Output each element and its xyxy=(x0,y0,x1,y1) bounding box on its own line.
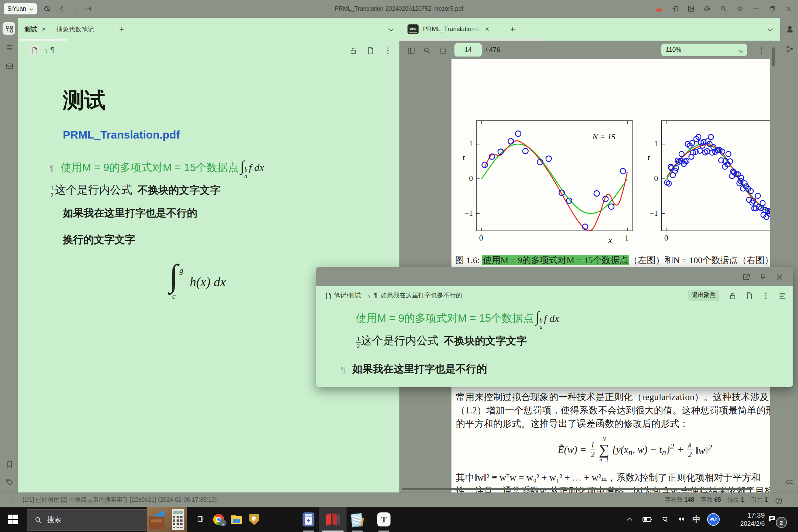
more-menu-icon[interactable] xyxy=(761,291,769,299)
open-in-new-icon[interactable] xyxy=(742,273,750,280)
vip-crown-icon[interactable] xyxy=(655,5,663,13)
start-button[interactable] xyxy=(3,507,23,532)
inline-math-1[interactable]: ∫ba f dx xyxy=(241,166,264,172)
block-preview-popup[interactable]: 笔记/测试 ¶ 如果我在这里打字也是不行的 退出聚焦 使用M = 9的多项式对M… xyxy=(316,267,793,387)
outline-icon xyxy=(5,43,13,51)
tab-menu-chevron-icon[interactable] xyxy=(766,25,774,33)
back-icon[interactable] xyxy=(58,5,66,13)
tab-algebra-notes[interactable]: 抽象代数笔记 xyxy=(51,25,99,34)
forward-icon[interactable] xyxy=(71,5,79,13)
popup-paragraph-2[interactable]: ¶ 如果我在这里打字也是不行的 xyxy=(341,362,487,376)
y-tick-label: −1 xyxy=(649,209,658,218)
breadcrumb-paragraph[interactable]: 如果我在这里打字也是不行的 xyxy=(381,291,462,300)
security-app[interactable] xyxy=(245,507,263,532)
readonly-unlock-icon[interactable] xyxy=(349,46,357,54)
paragraph-block-1[interactable]: ¶ 使用M = 9的多项式对M = 15个数据点 ∫ba f dx 12这个是行… xyxy=(50,159,375,198)
cloud-off-icon[interactable] xyxy=(44,5,52,13)
minimize-icon[interactable] xyxy=(752,5,760,13)
pdf-horizontal-scrollbar[interactable] xyxy=(402,488,753,490)
close-icon[interactable] xyxy=(775,273,783,280)
theme-mode-icon[interactable] xyxy=(736,5,744,13)
pdf-more-menu-icon[interactable] xyxy=(757,46,765,54)
pdf-asset-link[interactable]: PRML_Translation.pdf xyxy=(63,129,180,141)
dock-bookmark-button[interactable] xyxy=(3,457,15,470)
paragraph-block-3[interactable]: 换行的文字文字 xyxy=(63,233,135,247)
text-caret xyxy=(487,363,487,374)
y-tick-label: 1 xyxy=(649,139,658,149)
dock-inbox-button[interactable] xyxy=(3,59,15,72)
dock-tag-button[interactable] xyxy=(3,475,15,488)
tray-ime-indicator[interactable]: 中 xyxy=(692,507,707,532)
tray-network[interactable] xyxy=(661,507,676,532)
chrome-app[interactable]: C xyxy=(210,507,228,532)
tray-ifly-input[interactable]: iFLY xyxy=(707,507,723,532)
dock-filetree-button[interactable] xyxy=(3,22,15,35)
tray-battery[interactable] xyxy=(642,507,658,532)
workspace-menu-button[interactable]: SiYuan xyxy=(4,3,37,14)
plugin-icon[interactable] xyxy=(703,5,712,13)
typora-app[interactable]: T xyxy=(373,507,395,532)
page-number-input[interactable] xyxy=(454,43,482,57)
pdf-marquee-zoom-icon[interactable] xyxy=(439,46,446,54)
dock-backlink-button[interactable] xyxy=(783,475,795,488)
inline-math-1[interactable]: ∫ba f dx xyxy=(535,317,559,323)
taskbar-search[interactable]: 搜索 xyxy=(27,509,153,531)
notification-center[interactable]: 2 xyxy=(768,507,794,532)
notepad-app[interactable] xyxy=(347,507,368,532)
paragraph-block-2[interactable]: 如果我在这里打字也是不行的 xyxy=(63,206,197,220)
bold-span: 不换块的文字文字 xyxy=(444,335,526,347)
tab-close-icon[interactable]: ✕ xyxy=(485,26,490,33)
file-icon[interactable] xyxy=(745,291,753,299)
popup-titlebar[interactable] xyxy=(316,267,793,286)
dock-account-button[interactable] xyxy=(783,22,795,35)
breadcrumb-paragraph[interactable]: ¶ xyxy=(50,46,54,54)
breadcrumb-doc-path[interactable]: 笔记/测试 xyxy=(334,291,361,300)
wifi-icon xyxy=(661,515,670,524)
file-explorer-app[interactable] xyxy=(228,507,245,532)
exit-focus-button[interactable]: 退出聚焦 xyxy=(688,290,719,301)
maximize-icon[interactable] xyxy=(768,5,777,13)
inline-fraction[interactable]: 12 xyxy=(50,185,55,198)
tab-close-icon[interactable]: ✕ xyxy=(41,26,46,33)
dock-outline-button[interactable] xyxy=(3,41,15,53)
pdf-sidebar-toggle-icon[interactable] xyxy=(407,46,415,54)
math-block[interactable]: ∫ g c h(x) dx xyxy=(169,257,226,300)
eq-frac2-top: λ xyxy=(687,440,693,450)
file-icon[interactable] xyxy=(366,46,374,54)
new-tab-button[interactable]: + xyxy=(504,24,521,34)
doc-title[interactable]: 测试 xyxy=(63,86,106,115)
pdf-vertical-scrollbar[interactable] xyxy=(772,47,775,66)
tab-menu-chevron-icon[interactable] xyxy=(386,25,394,33)
new-tab-button[interactable]: + xyxy=(113,24,130,34)
page-total: / 476 xyxy=(485,46,500,54)
close-icon[interactable] xyxy=(785,5,793,13)
login-icon[interactable] xyxy=(671,5,679,13)
export-image-icon[interactable] xyxy=(687,5,695,13)
breadcrumb-doc[interactable] xyxy=(29,45,39,55)
active-pdf-app[interactable] xyxy=(319,507,347,532)
notes-app[interactable]: + xyxy=(298,507,319,532)
figure-left-plot: 0110−1txN = 15 xyxy=(476,120,633,231)
tab-pdf[interactable]: PDF PRML_Translation-2 ✕ xyxy=(402,24,495,34)
zoom-select[interactable]: 110% xyxy=(661,44,747,56)
tab-ceshi[interactable]: 测试 ✕ xyxy=(19,25,51,34)
tray-clock[interactable]: 17:39 2024/2/6 xyxy=(726,507,765,532)
inline-fraction[interactable]: 12 xyxy=(356,336,361,349)
figure-right-plot: 010−1t xyxy=(661,120,770,231)
help-icon[interactable] xyxy=(774,497,782,504)
tray-volume[interactable] xyxy=(677,507,692,532)
task-view-button[interactable] xyxy=(192,507,210,532)
eq-tail: ‖w‖2 xyxy=(696,443,712,457)
popup-paragraph-1[interactable]: 使用M = 9的多项式对M = 15个数据点 ∫ba f dx 12这个是行内公… xyxy=(356,310,781,349)
pin-icon[interactable] xyxy=(758,273,766,280)
tray-expand[interactable] xyxy=(625,507,640,532)
pdf-search-icon[interactable] xyxy=(423,46,430,54)
dock-graph-button[interactable] xyxy=(783,42,795,55)
search-icon[interactable] xyxy=(720,5,728,13)
tab-to-window-icon[interactable] xyxy=(84,5,92,13)
taskbar-widget-thumbnail[interactable] xyxy=(147,507,187,532)
gutter-pilcrow[interactable]: ¶ xyxy=(50,164,54,173)
more-menu-icon[interactable] xyxy=(383,46,391,54)
align-outline-icon[interactable] xyxy=(778,291,786,299)
readonly-unlock-icon[interactable] xyxy=(728,291,736,299)
